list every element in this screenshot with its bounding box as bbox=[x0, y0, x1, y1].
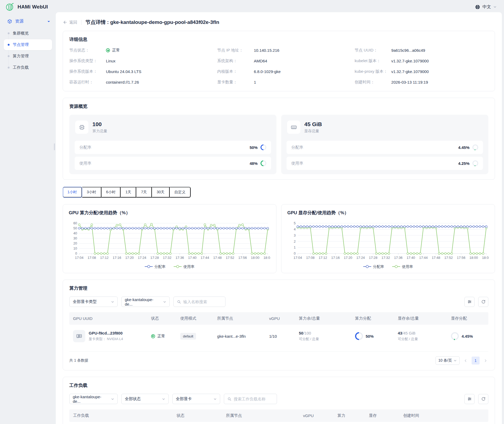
svg-text:20: 20 bbox=[73, 241, 77, 245]
compute-ratio: 50/100可分配 / 总量 bbox=[299, 331, 319, 341]
time-range-button-1天[interactable]: 1天 bbox=[121, 187, 136, 198]
sidebar-item-集群概览[interactable]: 集群概览 bbox=[4, 28, 52, 39]
detail-field: 节点 UUID：9a615c96...a06c49 bbox=[355, 48, 488, 53]
sidebar-item-算力管理[interactable]: 算力管理 bbox=[4, 51, 52, 62]
gpu-type-select[interactable]: 全部显卡类型 bbox=[69, 297, 118, 307]
detail-label: 操作系统类型： bbox=[69, 58, 106, 63]
next-page-button[interactable] bbox=[483, 358, 488, 363]
rate-percent: 48% bbox=[250, 161, 258, 166]
refresh-button[interactable] bbox=[478, 394, 488, 404]
compute-search[interactable] bbox=[173, 297, 225, 307]
page-number-button[interactable]: 1 bbox=[472, 357, 480, 365]
node-select[interactable]: gke-kantaloupe-de... bbox=[121, 297, 170, 307]
svg-text:10: 10 bbox=[73, 246, 77, 250]
time-range-button-3小时[interactable]: 3小时 bbox=[82, 187, 101, 198]
details-title: 详细信息 bbox=[69, 36, 488, 42]
legend-item-使用率[interactable]: 使用率 bbox=[174, 264, 195, 269]
prev-page-button[interactable] bbox=[463, 358, 468, 363]
svg-text:17:16: 17:16 bbox=[113, 256, 121, 260]
time-range-button-6小时[interactable]: 6小时 bbox=[101, 187, 121, 198]
main-panel: 返回 节点详情 : gke-kantaloupe-demo-gpu-pool-a… bbox=[56, 12, 502, 424]
sidebar-tree: 集群概览节点管理算力管理工作负载 bbox=[0, 28, 56, 73]
svg-text:1: 1 bbox=[294, 245, 296, 249]
donut-gauge bbox=[355, 332, 363, 340]
workload-status-select[interactable]: 全部状态 bbox=[121, 394, 169, 404]
table-row[interactable]: GPU-f9cd...23f800显卡类型： NVIDIA L4正常defaul… bbox=[69, 325, 488, 348]
legend-item-分配率[interactable]: 分配率 bbox=[363, 264, 384, 269]
status-dot-icon bbox=[106, 48, 110, 52]
svg-text:17:52: 17:52 bbox=[444, 256, 453, 260]
sidebar-section-label: 资源 bbox=[15, 19, 24, 24]
detail-value-text: AMD64 bbox=[254, 59, 267, 63]
time-range-button-1小时[interactable]: 1小时 bbox=[63, 187, 82, 198]
resource-overview-title: 资源概览 bbox=[69, 103, 488, 109]
workload-section-card: 工作负载 gke-kantaloupe-de... 全部状态 全部显卡 bbox=[63, 377, 495, 424]
detail-label: 节点 IP 地址： bbox=[217, 48, 254, 53]
detail-label: kube-proxy 版本： bbox=[355, 69, 391, 74]
detail-value-text: v1.32.7-gke.1079000 bbox=[391, 69, 429, 74]
table-row[interactable]: gpuburn-...-lb77m运行中gke-kant...e-3fln150… bbox=[69, 422, 488, 424]
ratio-caption: 可分配 / 总量 bbox=[299, 337, 319, 341]
detail-field: 系统架构：AMD64 bbox=[217, 58, 348, 63]
resource-card-value: 45 GiB bbox=[304, 121, 322, 127]
svg-text:0: 0 bbox=[75, 251, 77, 255]
svg-text:30: 30 bbox=[73, 236, 77, 240]
detail-field: 操作系统版本：Ubuntu 24.04.3 LTS bbox=[69, 69, 211, 74]
svg-text:17:56: 17:56 bbox=[238, 256, 247, 260]
line-chart: 010203040506017:0417:0817:1217:1617:2017… bbox=[69, 220, 270, 262]
svg-text:17:48: 17:48 bbox=[213, 256, 222, 260]
rate-label: 分配率 bbox=[79, 145, 91, 150]
page-title: 节点详情 : gke-kantaloupe-demo-gpu-pool-a843… bbox=[86, 19, 219, 26]
svg-text:17:40: 17:40 bbox=[407, 256, 415, 260]
gpu-card-icon bbox=[73, 330, 85, 342]
column-settings-button[interactable] bbox=[464, 297, 475, 307]
table-cell: 4.45% bbox=[447, 332, 488, 340]
workload-status-select-value: 全部状态 bbox=[125, 396, 141, 401]
legend-item-分配率[interactable]: 分配率 bbox=[145, 264, 166, 269]
column-settings-button[interactable] bbox=[464, 394, 475, 404]
vgpu-value: 1/10 bbox=[269, 334, 277, 339]
column-header: 算力余/总量 bbox=[295, 316, 351, 321]
refresh-button[interactable] bbox=[478, 297, 488, 307]
svg-text:17:24: 17:24 bbox=[356, 256, 365, 260]
legend-item-使用率[interactable]: 使用率 bbox=[392, 264, 413, 269]
time-range-button-自定义[interactable]: 自定义 bbox=[170, 187, 191, 198]
detail-label: 节点状态： bbox=[69, 48, 106, 53]
time-range-button-30天[interactable]: 30天 bbox=[152, 187, 170, 198]
sidebar-item-工作负载[interactable]: 工作负载 bbox=[4, 62, 52, 73]
chevron-down-icon bbox=[493, 5, 497, 8]
gpu-chip-icon bbox=[75, 121, 88, 134]
chevron-down-icon bbox=[162, 397, 165, 401]
workload-table: 工作负载状态所属节点vGPU算力显存创建时间gpuburn-...-lb77m运… bbox=[69, 409, 488, 424]
chevron-down-icon bbox=[454, 359, 457, 362]
compute-search-input[interactable] bbox=[183, 299, 220, 304]
total-count: 共 1 条数据 bbox=[69, 358, 88, 363]
table-header-row: GPU UUID状态使用模式所属节点vGPU算力余/总量算力分配显存余/总量显存… bbox=[69, 312, 488, 325]
column-header: 显存余/总量 bbox=[394, 316, 447, 321]
workload-node-select[interactable]: gke-kantaloupe-de... bbox=[69, 394, 118, 404]
back-button[interactable]: 返回 bbox=[63, 20, 77, 25]
svg-text:60: 60 bbox=[73, 221, 77, 225]
detail-label: 操作系统版本： bbox=[69, 69, 106, 74]
column-header: 状态 bbox=[147, 316, 177, 321]
status-dot-icon bbox=[151, 334, 155, 338]
sidebar-item-节点管理[interactable]: 节点管理 bbox=[4, 39, 52, 50]
time-range-button-7天[interactable]: 7天 bbox=[136, 187, 152, 198]
detail-value: AMD64 bbox=[254, 59, 267, 63]
pagination: 10 条/页1 bbox=[435, 356, 488, 365]
page-size-select[interactable]: 10 条/页 bbox=[435, 356, 460, 365]
sidebar-item-label: 工作负载 bbox=[13, 65, 29, 70]
svg-text:17:04: 17:04 bbox=[75, 256, 83, 260]
sidebar-resize-handle[interactable] bbox=[54, 143, 55, 150]
workload-card-select[interactable]: 全部显卡 bbox=[172, 394, 220, 404]
sidebar-section-resources[interactable]: 资源 bbox=[0, 16, 56, 27]
detail-field: kube-proxy 版本：v1.32.7-gke.1079000 bbox=[355, 69, 488, 74]
chart-card-0: GPU 算力分配/使用趋势（%）010203040506017:0417:081… bbox=[63, 204, 276, 273]
resource-card-value: 100 bbox=[92, 121, 107, 127]
language-selector[interactable]: 中文 bbox=[475, 4, 497, 10]
table-cell: 43/45 GiB可分配 / 总量 bbox=[394, 331, 447, 341]
workload-search-input[interactable] bbox=[234, 397, 271, 401]
workload-search[interactable] bbox=[224, 394, 277, 404]
detail-field: 显卡数量：1 bbox=[217, 80, 348, 85]
svg-text:0: 0 bbox=[294, 251, 296, 255]
